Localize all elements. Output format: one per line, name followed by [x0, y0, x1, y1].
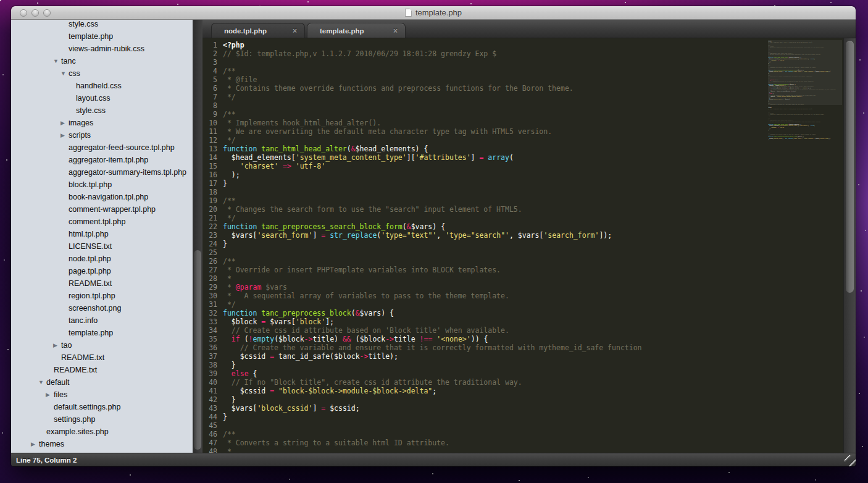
- code-line-40[interactable]: 40 // If no "Block title", create css id…: [202, 378, 856, 387]
- code-line-39[interactable]: 39 else {: [202, 369, 856, 378]
- sidebar-scrollbar[interactable]: [193, 20, 202, 453]
- code-line-46[interactable]: 46/**: [202, 430, 856, 439]
- code-line-6[interactable]: 6 * Contains theme override functions an…: [202, 84, 856, 93]
- tree-folder-scripts[interactable]: ▶scripts: [11, 129, 193, 141]
- tree-file-node.tpl.php[interactable]: node.tpl.php: [11, 253, 193, 265]
- code-line-35[interactable]: 35 if (!empty($block->title) && ($block-…: [202, 335, 856, 343]
- code-editor[interactable]: 1<?php2// $Id: template.php,v 1.1.2.7 20…: [202, 38, 856, 453]
- code-line-37[interactable]: 37 $cssid = tanc_id_safe($block->title);: [202, 352, 856, 361]
- code-line-8[interactable]: 8: [202, 101, 856, 110]
- folder-collapsed-icon[interactable]: ▶: [46, 392, 54, 398]
- code-line-29[interactable]: 29 * @param $vars: [202, 283, 856, 292]
- code-line-43[interactable]: 43 $vars['block_cssid'] = $cssid;: [202, 404, 856, 413]
- tree-file-aggregator-item.tpl.php[interactable]: aggregator-item.tpl.php: [11, 154, 193, 166]
- code-line-42[interactable]: 42 }: [202, 395, 856, 404]
- tab-template.php[interactable]: template.php×: [307, 23, 406, 38]
- tree-file-style.css[interactable]: style.css: [11, 104, 193, 117]
- tree-file-README.txt[interactable]: README.txt: [11, 351, 193, 364]
- code-line-30[interactable]: 30 * A sequential array of variables to …: [202, 292, 856, 300]
- code-line-28[interactable]: 28 *: [202, 274, 856, 283]
- folder-expanded-icon[interactable]: ▼: [53, 58, 61, 64]
- tree-file-views-admin-rubik.css[interactable]: views-admin-rubik.css: [11, 43, 193, 55]
- code-area[interactable]: 1<?php2// $Id: template.php,v 1.1.2.7 20…: [202, 38, 856, 453]
- minimap[interactable]: <?php// $Id: template.php,v 1.1.2.7 2010…: [768, 40, 842, 140]
- code-line-32[interactable]: 32function tanc_preprocess_block(&$vars)…: [202, 309, 856, 317]
- code-line-36[interactable]: 36 // Create the variable and ensure tha…: [202, 343, 856, 352]
- tree-file-aggregator-feed-source.tpl.php[interactable]: aggregator-feed-source.tpl.php: [11, 141, 193, 154]
- close-window-button[interactable]: [20, 9, 27, 17]
- tree-file-tanc.info[interactable]: tanc.info: [11, 314, 193, 327]
- folder-expanded-icon[interactable]: ▼: [38, 379, 46, 385]
- minimize-window-button[interactable]: [31, 9, 39, 17]
- code-line-18[interactable]: 18: [202, 188, 856, 196]
- tree-file-handheld.css[interactable]: handheld.css: [11, 80, 193, 92]
- tab-close-icon[interactable]: ×: [393, 27, 398, 35]
- tree-file-layout.css[interactable]: layout.css: [11, 92, 193, 104]
- code-line-21[interactable]: 21 */: [202, 214, 856, 222]
- code-line-4[interactable]: 4/**: [202, 67, 856, 75]
- code-line-23[interactable]: 23 $vars['search_form'] = str_replace('t…: [202, 231, 856, 240]
- code-line-2[interactable]: 2// $Id: template.php,v 1.1.2.7 2010/06/…: [202, 49, 856, 58]
- code-line-25[interactable]: 25: [202, 248, 856, 257]
- folder-collapsed-icon[interactable]: ▶: [53, 342, 61, 348]
- tree-file-page.tpl.php[interactable]: page.tpl.php: [11, 265, 193, 277]
- code-line-15[interactable]: 15 'charset' => 'utf-8': [202, 162, 856, 170]
- code-line-17[interactable]: 17}: [202, 179, 856, 188]
- tree-file-LICENSE.txt[interactable]: LICENSE.txt: [11, 240, 193, 253]
- minimap-viewport-indicator[interactable]: [768, 40, 842, 105]
- tree-folder-default[interactable]: ▼default: [11, 376, 193, 388]
- code-line-31[interactable]: 31 */: [202, 300, 856, 309]
- tree-folder-css[interactable]: ▼css: [11, 67, 193, 80]
- tab-node.tpl.php[interactable]: node.tpl.php×: [211, 23, 305, 38]
- code-line-48[interactable]: 48 *: [202, 447, 856, 453]
- code-line-13[interactable]: 13function tanc_html_head_alter(&$head_e…: [202, 145, 856, 153]
- tree-file-template.php[interactable]: template.php: [11, 327, 193, 339]
- code-line-19[interactable]: 19/**: [202, 196, 856, 205]
- window-titlebar[interactable]: template.php: [11, 6, 856, 20]
- tree-file-block.tpl.php[interactable]: block.tpl.php: [11, 178, 193, 191]
- tree-file-html.tpl.php[interactable]: html.tpl.php: [11, 228, 193, 240]
- code-line-34[interactable]: 34 // Create css id attribute based on '…: [202, 326, 856, 335]
- tree-file-book-navigation.tpl.php[interactable]: book-navigation.tpl.php: [11, 191, 193, 203]
- tree-folder-tao[interactable]: ▶tao: [11, 339, 193, 351]
- code-line-16[interactable]: 16 );: [202, 170, 856, 179]
- editor-scrollbar-thumb[interactable]: [846, 41, 854, 293]
- code-line-26[interactable]: 26/**: [202, 257, 856, 266]
- tree-file-example.sites.php[interactable]: example.sites.php: [11, 426, 193, 438]
- code-line-10[interactable]: 10 * Implements hook_html_head_alter().: [202, 119, 856, 127]
- code-line-14[interactable]: 14 $head_elements['system_meta_content_t…: [202, 153, 856, 162]
- code-line-7[interactable]: 7 */: [202, 93, 856, 101]
- tree-file-README.txt[interactable]: README.txt: [11, 364, 193, 376]
- code-line-44[interactable]: 44}: [202, 413, 856, 421]
- tree-file-comment-wrapper.tpl.php[interactable]: comment-wrapper.tpl.php: [11, 203, 193, 216]
- code-line-27[interactable]: 27 * Override or insert PHPTemplate vari…: [202, 266, 856, 274]
- code-line-45[interactable]: 45: [202, 421, 856, 430]
- zoom-window-button[interactable]: [43, 9, 51, 17]
- code-line-3[interactable]: 3: [202, 58, 856, 67]
- tree-file-aggregator-summary-items.tpl.php[interactable]: aggregator-summary-items.tpl.php: [11, 166, 193, 178]
- code-line-24[interactable]: 24}: [202, 240, 856, 248]
- tree-folder-images[interactable]: ▶images: [11, 117, 193, 129]
- tree-file-settings.php[interactable]: settings.php: [11, 413, 193, 426]
- tree-file-region.tpl.php[interactable]: region.tpl.php: [11, 290, 193, 302]
- tree-file-template.php[interactable]: template.php: [11, 30, 193, 43]
- resize-grip[interactable]: [845, 455, 856, 466]
- tree-file-comment.tpl.php[interactable]: comment.tpl.php: [11, 216, 193, 228]
- code-line-38[interactable]: 38 }: [202, 361, 856, 369]
- code-line-1[interactable]: 1<?php: [202, 41, 856, 49]
- tree-file-style.css[interactable]: style.css: [11, 20, 193, 30]
- code-line-20[interactable]: 20 * Changes the search form to use the …: [202, 205, 856, 214]
- tree-folder-files[interactable]: ▶files: [11, 388, 193, 401]
- folder-expanded-icon[interactable]: ▼: [61, 70, 69, 77]
- tree-file-README.txt[interactable]: README.txt: [11, 277, 193, 290]
- folder-collapsed-icon[interactable]: ▶: [61, 132, 69, 138]
- code-line-41[interactable]: 41 $cssid = "block-$block->module-$block…: [202, 387, 856, 395]
- code-line-9[interactable]: 9/**: [202, 110, 856, 119]
- tree-folder-tanc[interactable]: ▼tanc: [11, 55, 193, 67]
- tree-file-default.settings.php[interactable]: default.settings.php: [11, 401, 193, 413]
- code-line-5[interactable]: 5 * @file: [202, 75, 856, 84]
- folder-collapsed-icon[interactable]: ▶: [61, 120, 69, 126]
- code-line-22[interactable]: 22function tanc_preprocess_search_block_…: [202, 222, 856, 231]
- code-line-11[interactable]: 11 * We are overwriting the default meta…: [202, 127, 856, 136]
- code-line-12[interactable]: 12 */: [202, 136, 856, 145]
